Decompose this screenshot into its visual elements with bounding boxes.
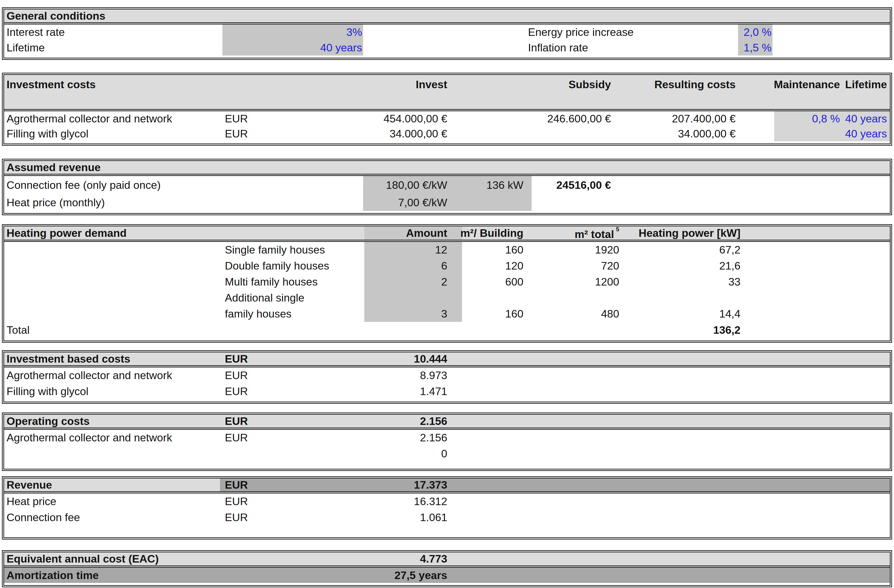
revenue-section: Revenue EUR 17.373 Heat price EUR 16.312… xyxy=(2,476,892,540)
table-row: Single family houses 12 160 1920 67,2 xyxy=(4,242,890,258)
heating-power-value: 14,4 xyxy=(719,308,740,320)
row-label: Filling with glycol xyxy=(6,128,89,140)
row-label: Additional single xyxy=(225,292,304,304)
resulting-costs-value: 34.000,00 € xyxy=(678,128,735,140)
row-label: family houses xyxy=(225,308,291,320)
section-title: Assumed revenue xyxy=(6,161,101,174)
price-value: 180,00 €/kW xyxy=(386,179,447,191)
amount-value: 6 xyxy=(441,259,447,272)
investment-costs-header: Investment costs Invest Subsidy Resultin… xyxy=(4,75,890,111)
section-title: Investment based costs xyxy=(6,353,130,365)
lifetime-value: 40 years xyxy=(845,128,887,140)
row-label: Single family houses xyxy=(225,244,325,256)
revenue-header-dark-block xyxy=(220,478,890,491)
row-unit: EUR xyxy=(225,511,248,524)
assumed-revenue-body: Connection fee (only paid once) 180,00 €… xyxy=(4,176,890,211)
amount-value: 3 xyxy=(441,308,447,320)
subsidy-value: 246.600,00 € xyxy=(547,113,611,125)
capacity-value: 136 kW xyxy=(486,179,523,191)
row-value: 16.312 xyxy=(414,495,447,508)
lifetime-value: 40 years xyxy=(320,41,362,54)
table-row: Connection fee EUR 1.061 xyxy=(4,510,890,525)
row-label: Connection fee (only paid once) xyxy=(6,179,160,191)
connection-fee-total: 24516,00 € xyxy=(556,179,611,191)
col-header-m2-total: m² total5 xyxy=(575,226,619,240)
revenue-header: Revenue EUR 17.373 xyxy=(4,478,890,493)
m2-total-value: 480 xyxy=(601,308,619,320)
row-value: 1.471 xyxy=(420,385,447,398)
row-unit: EUR xyxy=(225,495,248,508)
eac-row: Equivalent annual cost (EAC) 4.773 xyxy=(4,552,890,568)
section-title: Revenue xyxy=(6,479,52,491)
m2-building-value: 600 xyxy=(505,276,523,288)
section-total: 10.444 xyxy=(414,353,447,365)
row-label: Energy price increase xyxy=(528,26,634,39)
operating-costs-header: Operating costs EUR 2.156 xyxy=(4,415,890,430)
row-label: Double family houses xyxy=(225,259,329,272)
table-row: Interest rate 3% Energy price increase 2… xyxy=(4,24,890,40)
row-label: Interest rate xyxy=(6,26,65,39)
amount-value: 12 xyxy=(435,244,447,256)
col-header-amount: Amount xyxy=(406,227,447,240)
section-title: Heating power demand xyxy=(6,227,127,240)
heating-power-demand-body: Single family houses 12 160 1920 67,2 Do… xyxy=(4,242,890,338)
investment-costs-section: Investment costs Invest Subsidy Resultin… xyxy=(2,73,892,146)
col-header-resulting-costs: Resulting costs xyxy=(654,78,735,91)
section-title: General conditions xyxy=(6,10,106,22)
lifetime-value: 40 years xyxy=(845,113,887,125)
inflation-rate-value: 1,5 % xyxy=(744,41,772,54)
footnote-marker: 5 xyxy=(616,226,619,232)
revenue-body: Heat price EUR 16.312 Connection fee EUR… xyxy=(4,493,890,535)
table-row: Heat price (monthly) 7,00 €/kW xyxy=(4,194,890,211)
general-conditions-section: General conditions Interest rate 3% Ener… xyxy=(2,7,892,60)
investment-based-costs-section: Investment based costs EUR 10.444 Agroth… xyxy=(2,350,892,404)
heating-power-demand-section: Heating power demand Amount m²/ Building… xyxy=(2,224,892,343)
m2-building-value: 160 xyxy=(505,308,523,320)
unit-header: EUR xyxy=(225,353,248,365)
resulting-costs-value: 207.400,00 € xyxy=(672,113,735,125)
amortization-row: Amortization time 27,5 years xyxy=(4,568,890,583)
col-header-subsidy: Subsidy xyxy=(568,78,611,91)
operating-costs-body: Agrothermal collector and network EUR 2.… xyxy=(4,430,890,467)
row-unit: EUR xyxy=(225,431,248,444)
section-total: 17.373 xyxy=(414,479,447,491)
interest-rate-value: 3% xyxy=(346,26,362,39)
energy-price-increase-value: 2,0 % xyxy=(744,26,772,39)
m2-building-value: 160 xyxy=(505,244,523,256)
amortization-label: Amortization time xyxy=(6,569,99,582)
section-title: Investment costs xyxy=(6,78,96,91)
m2-total-value: 720 xyxy=(601,259,619,272)
row-label: Filling with glycol xyxy=(6,385,89,398)
row-label: Heat price xyxy=(6,495,56,508)
table-row: Connection fee (only paid once) 180,00 €… xyxy=(4,176,890,194)
row-unit: EUR xyxy=(225,369,248,382)
table-row: family houses 3 160 480 14,4 xyxy=(4,306,890,322)
table-row: Double family houses 6 120 720 21,6 xyxy=(4,258,890,274)
heating-power-value: 21,6 xyxy=(719,259,740,272)
eac-label: Equivalent annual cost (EAC) xyxy=(6,553,159,565)
general-conditions-header: General conditions xyxy=(4,9,890,24)
col-header-lifetime: Lifetime xyxy=(845,78,887,91)
row-unit: EUR xyxy=(225,385,248,398)
col-header-invest: Invest xyxy=(416,78,447,91)
total-label: Total xyxy=(6,324,30,336)
invest-value: 454.000,00 € xyxy=(384,113,447,125)
total-heating-power: 136,2 xyxy=(713,324,740,336)
table-row: Multi family houses 2 600 1200 33 xyxy=(4,274,890,290)
table-row: 0 xyxy=(4,446,890,462)
m2-total-value: 1200 xyxy=(595,276,619,288)
section-title: Operating costs xyxy=(6,415,90,428)
spreadsheet-page: General conditions Interest rate 3% Ener… xyxy=(0,0,894,588)
invest-value: 34.000,00 € xyxy=(390,128,447,140)
heating-power-value: 67,2 xyxy=(719,244,740,256)
investment-costs-body: Agrothermal collector and network EUR 45… xyxy=(4,111,890,141)
table-row: Agrothermal collector and network EUR 8.… xyxy=(4,368,890,383)
row-label: Agrothermal collector and network xyxy=(6,369,172,382)
row-value: 8.973 xyxy=(420,369,447,382)
row-label: Agrothermal collector and network xyxy=(6,113,172,125)
amount-value: 2 xyxy=(441,276,447,288)
table-row: Agrothermal collector and network EUR 2.… xyxy=(4,430,890,446)
m2-total-text: m² total xyxy=(575,228,614,240)
m2-total-value: 1920 xyxy=(595,244,619,256)
investment-based-costs-body: Agrothermal collector and network EUR 8.… xyxy=(4,368,890,400)
